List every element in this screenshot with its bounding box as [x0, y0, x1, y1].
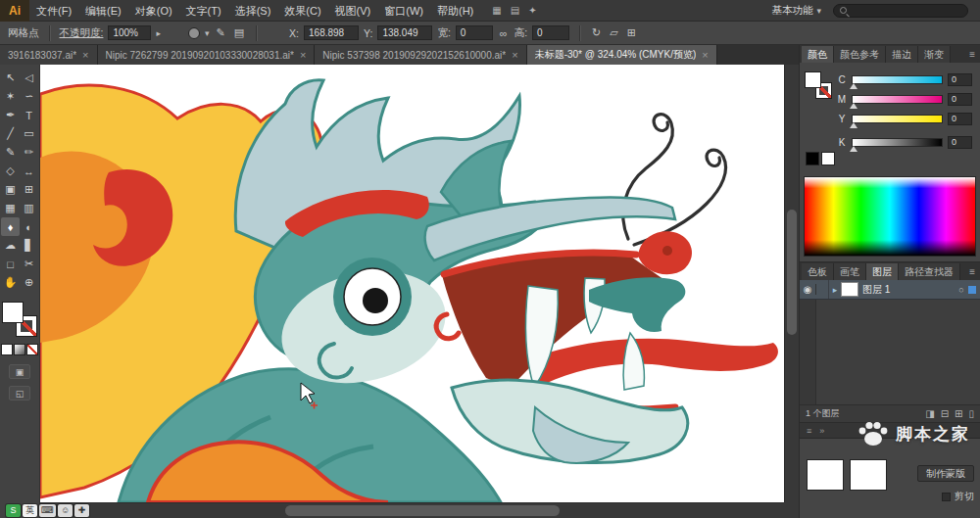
vertical-scroll-thumb[interactable] [787, 210, 797, 335]
opacity-input[interactable]: 100% [108, 25, 151, 40]
panel-fill-swatch[interactable] [806, 72, 820, 87]
panel-fill-stroke[interactable] [806, 72, 831, 98]
object-thumbnail[interactable] [808, 460, 843, 490]
fill-stroke-control[interactable] [2, 302, 37, 337]
menu-view[interactable]: 视图(V) [328, 0, 378, 22]
opacity-label[interactable]: 不透明度: [60, 26, 104, 40]
menu-select[interactable]: 选择(S) [228, 0, 278, 22]
lock-cell[interactable] [816, 280, 829, 299]
eye[interactable] [333, 258, 412, 336]
blend-tool[interactable]: ◐ [20, 217, 38, 236]
layer-row[interactable]: ◉ ▸ 图层 1 ○ [800, 280, 980, 300]
style-chevron-icon[interactable]: ▾ [205, 28, 210, 38]
cs-live-icon[interactable]: ✦ [528, 0, 536, 22]
search-input[interactable] [833, 4, 968, 18]
checkbox-icon[interactable] [942, 493, 951, 501]
tab-brushes[interactable]: 画笔 [834, 263, 866, 280]
x-input[interactable]: 168.898 [304, 25, 359, 40]
symbol-sprayer-tool[interactable]: ☁ [1, 236, 20, 255]
lasso-tool[interactable]: ∽ [20, 87, 38, 106]
ime-keyboard-icon[interactable]: ⌨ [39, 504, 56, 517]
tab-gradient[interactable]: 渐变 [918, 46, 951, 63]
doc-tab-2[interactable]: Nipic 7262799 20190920103330028031.ai*× [98, 45, 316, 65]
channel-m-slider[interactable] [852, 95, 943, 104]
new-layer-icon[interactable]: ⊞ [955, 408, 962, 419]
width-input[interactable]: 0 [456, 25, 493, 40]
document-canvas[interactable] [40, 65, 784, 502]
style-swatch[interactable] [188, 27, 200, 39]
line-segment-tool[interactable]: ╱ [1, 124, 20, 143]
close-icon[interactable]: × [702, 49, 708, 61]
whisker-lines[interactable] [623, 115, 726, 245]
visibility-eye-icon[interactable]: ◉ [800, 284, 816, 295]
arrange-documents-icon[interactable]: ▤ [511, 0, 519, 22]
layer-name[interactable]: 图层 1 [862, 283, 955, 297]
menu-effect[interactable]: 效果(C) [277, 0, 327, 22]
gradient-chip[interactable] [15, 345, 24, 354]
doc-tab-4[interactable]: 未标题-30* @ 324.04% (CMYK/预览)× [527, 45, 717, 65]
ime-emoji-icon[interactable]: ☺ [58, 504, 73, 517]
slice-tool[interactable]: ✂ [20, 255, 38, 273]
artboard-tool[interactable]: □ [1, 255, 20, 273]
pen-tool[interactable]: ✒ [1, 106, 20, 124]
channel-value-input[interactable]: 0 [948, 73, 972, 86]
channel-y-slider[interactable] [852, 115, 943, 123]
panel-menu-icon[interactable]: ≡ [964, 46, 980, 63]
make-mask-button[interactable]: 制作蒙版 [917, 465, 974, 482]
mask-thumbnail[interactable] [851, 460, 886, 490]
horizontal-scrollbar[interactable] [40, 502, 784, 518]
channel-k-slider[interactable] [852, 138, 943, 147]
layer-thumbnail[interactable] [842, 283, 858, 296]
ime-logo-icon[interactable]: S [6, 504, 21, 517]
workspace-switcher[interactable]: 基本功能 ▾ [763, 4, 829, 18]
pencil-tool[interactable]: ✏ [20, 143, 38, 162]
ime-lang-toggle[interactable]: 英 [23, 504, 37, 517]
mesh-tool[interactable]: ▦ [1, 199, 20, 217]
rotate-icon[interactable]: ↻ [590, 26, 603, 39]
paintbrush-tool[interactable]: ✎ [1, 143, 20, 162]
delete-layer-icon[interactable]: ▯ [968, 408, 974, 419]
type-tool[interactable]: T [20, 106, 38, 124]
channel-value-input[interactable]: 0 [948, 93, 972, 106]
panel-dock-menu-icon[interactable]: ≡ [807, 426, 811, 436]
expand-arrow-icon[interactable]: ▸ [829, 285, 841, 295]
menu-window[interactable]: 窗口(W) [377, 0, 430, 22]
constrain-proportions-icon[interactable]: ∞ [498, 27, 510, 39]
vertical-scrollbar[interactable] [784, 65, 799, 502]
menu-help[interactable]: 帮助(H) [430, 0, 480, 22]
ime-toolbox-icon[interactable]: ✚ [74, 504, 89, 517]
tab-stroke[interactable]: 描边 [886, 46, 918, 63]
eyedropper-tool[interactable]: ♦ [1, 217, 20, 236]
doc-tab-3[interactable]: Nipic 537398 20190929202152610000.ai*× [315, 45, 526, 65]
tongue-shape[interactable] [529, 339, 778, 385]
color-chip[interactable] [2, 345, 12, 354]
panel-menu-icon[interactable]: ≡ [964, 263, 980, 280]
layer-target-icon[interactable]: ○ [955, 285, 968, 295]
menu-file[interactable]: 文件(F) [29, 0, 78, 22]
channel-value-input[interactable]: 0 [948, 136, 972, 149]
clip-checkbox[interactable]: 剪切 [942, 490, 974, 503]
tab-pathfinder[interactable]: 路径查找器 [899, 263, 960, 280]
align-grid-icon[interactable]: ⊞ [625, 26, 638, 39]
bridge-icon[interactable]: ▦ [492, 0, 501, 22]
dragon-artwork[interactable] [40, 65, 784, 502]
shape-builder-tool[interactable]: ▣ [1, 180, 20, 199]
tab-color[interactable]: 颜色 [802, 46, 834, 63]
channel-c-slider[interactable] [852, 75, 943, 84]
screen-mode-icon[interactable]: ◱ [9, 386, 30, 400]
menu-type[interactable]: 文字(T) [179, 0, 228, 22]
gradient-tool[interactable]: ▥ [20, 199, 38, 217]
white-swatch[interactable] [822, 153, 834, 165]
black-swatch[interactable] [807, 153, 818, 165]
column-graph-tool[interactable]: ▋ [20, 236, 38, 255]
free-transform-tool[interactable]: ↔ [20, 162, 38, 180]
drawing-mode-icon[interactable]: ▣ [9, 364, 30, 379]
y-input[interactable]: 138.049 [377, 25, 432, 40]
tab-layers[interactable]: 图层 [866, 263, 899, 280]
width-tool[interactable]: ◇ [1, 162, 20, 180]
horizontal-scroll-thumb[interactable] [285, 505, 560, 516]
direct-selection-tool[interactable]: ◁ [20, 69, 38, 87]
color-spectrum[interactable] [804, 176, 976, 257]
collapse-panels-icon[interactable]: » [819, 426, 824, 436]
shear-icon[interactable]: ▱ [608, 26, 619, 39]
